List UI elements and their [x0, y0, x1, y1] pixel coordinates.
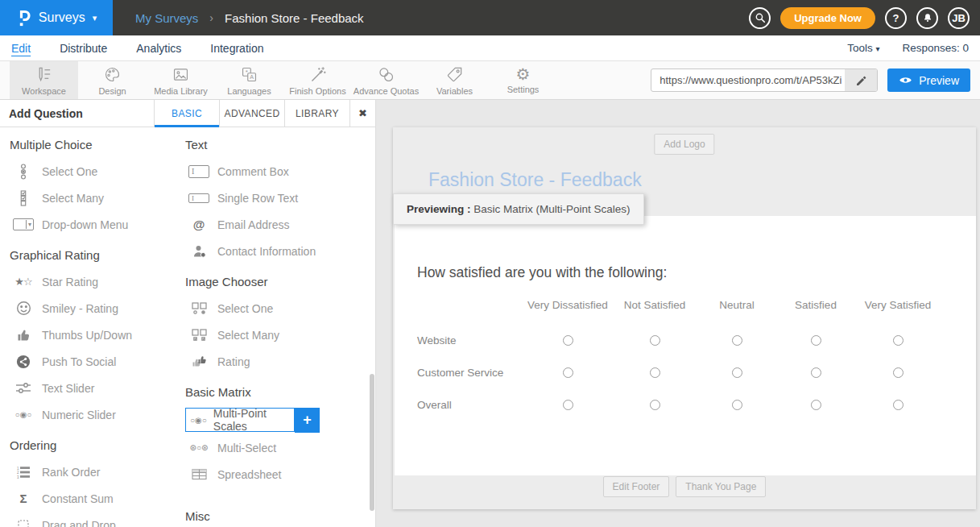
- top-header-bar: Surveys ▾ My Surveys › Fashion Store - F…: [0, 0, 980, 35]
- toolbar-item-workspace[interactable]: Workspace: [10, 61, 78, 99]
- matrix-radio[interactable]: [811, 367, 821, 378]
- question-type-push-to-social[interactable]: Push To Social: [10, 348, 185, 375]
- question-type-constant-sum[interactable]: Σ Constant Sum: [10, 485, 185, 512]
- notifications-button[interactable]: [916, 7, 938, 29]
- edit-toolbar: Workspace Design Media Library * A Langu…: [0, 61, 980, 100]
- matrix-radio[interactable]: [893, 367, 904, 378]
- search-icon: [755, 12, 766, 23]
- multi-select-icon: ⊛○⊛: [188, 443, 209, 452]
- question-type-select-one[interactable]: Select One: [10, 158, 185, 185]
- question-type-multi-select[interactable]: ⊛○⊛ Multi-Select: [185, 434, 366, 461]
- edit-footer-button[interactable]: Edit Footer: [603, 476, 670, 497]
- section-title: Image Chooser: [185, 264, 366, 295]
- question-type-image-select-many[interactable]: Select Many: [185, 322, 366, 348]
- survey-url-input[interactable]: [651, 69, 845, 91]
- matrix-radio[interactable]: [893, 400, 904, 410]
- toolbar-right: Preview: [651, 61, 980, 99]
- question-type-column-1: Multiple Choice Select One: [10, 127, 185, 527]
- tab-edit[interactable]: Edit: [11, 42, 31, 55]
- avatar[interactable]: JB: [948, 7, 970, 29]
- tab-library[interactable]: LIBRARY: [284, 100, 349, 127]
- main-content: Add Question BASIC ADVANCED LIBRARY ✖ Mu…: [0, 100, 980, 527]
- question-type-drag-and-drop[interactable]: Drag and Drop: [10, 512, 185, 527]
- upgrade-now-button[interactable]: Upgrade Now: [780, 7, 875, 29]
- drag-drop-icon: [13, 519, 34, 527]
- matrix-radio[interactable]: [811, 400, 821, 410]
- matrix-radio[interactable]: [732, 335, 742, 346]
- breadcrumb-my-surveys[interactable]: My Surveys: [135, 11, 198, 25]
- toolbar-item-settings[interactable]: ⚙ Settings: [489, 61, 557, 99]
- toolbar-item-finish-options[interactable]: Finish Options: [283, 61, 352, 99]
- thumb-icon: [13, 328, 34, 342]
- matrix-radio[interactable]: [563, 400, 573, 410]
- question-type-select-many[interactable]: Select Many: [10, 185, 185, 211]
- tab-basic[interactable]: BASIC: [154, 100, 219, 127]
- palette-icon: [103, 65, 122, 84]
- matrix-radio[interactable]: [563, 335, 573, 346]
- matrix-row-website: Website: [395, 324, 952, 356]
- eye-icon: [899, 76, 912, 85]
- help-button[interactable]: ?: [885, 7, 907, 29]
- toolbar-item-languages[interactable]: * A Languages: [215, 61, 283, 99]
- matrix-radio[interactable]: [650, 335, 660, 346]
- question-type-image-rating[interactable]: Rating: [185, 348, 366, 375]
- preview-button[interactable]: Preview: [887, 68, 970, 92]
- matrix-radio[interactable]: [893, 335, 904, 346]
- question-type-thumbs-up-down[interactable]: Thumbs Up/Down: [10, 322, 185, 348]
- question-type-column-2: Text I Comment Box I Single Row Text @ E…: [185, 127, 366, 527]
- multi-point-icon: ○◉○: [190, 416, 207, 425]
- matrix-header-row: Very Dissatisfied Not Satisfied Neutral …: [395, 295, 952, 314]
- question-type-single-row-text[interactable]: I Single Row Text: [185, 185, 366, 211]
- toolbar-item-design[interactable]: Design: [78, 61, 147, 99]
- tag-icon: [445, 65, 464, 84]
- question-type-numeric-slider[interactable]: ○◉○ Numeric Slider: [10, 401, 185, 428]
- toolbar-item-advance-quotas[interactable]: Advance Quotas: [352, 61, 420, 99]
- tab-integration[interactable]: Integration: [210, 42, 263, 55]
- toolbar-item-media-library[interactable]: Media Library: [147, 61, 215, 99]
- matrix-radio[interactable]: [650, 400, 660, 410]
- single-row-icon: I: [188, 193, 209, 203]
- product-switcher[interactable]: Surveys ▾: [0, 0, 113, 35]
- thank-you-page-button[interactable]: Thank You Page: [676, 476, 766, 497]
- close-panel-button[interactable]: ✖: [349, 100, 375, 127]
- matrix-radio[interactable]: [650, 367, 660, 378]
- edit-url-button[interactable]: [845, 69, 877, 91]
- matrix-radio[interactable]: [732, 400, 742, 410]
- question-preview-panel: How satisfied are you with the following…: [395, 216, 976, 475]
- dropdown-icon: ▾: [13, 218, 34, 230]
- question-type-smiley-rating[interactable]: Smiley - Rating: [10, 295, 185, 322]
- question-type-dropdown-menu[interactable]: ▾ Drop-down Menu: [10, 211, 185, 238]
- question-type-multi-point-scales[interactable]: ○◉○ Multi-Point Scales: [185, 408, 295, 432]
- svg-text:A: A: [250, 74, 254, 80]
- search-button[interactable]: [749, 7, 771, 29]
- section-title: Misc: [185, 499, 366, 527]
- responses-count[interactable]: Responses: 0: [902, 42, 969, 54]
- matrix-radio[interactable]: [811, 335, 821, 346]
- previewing-label: Previewing :: [407, 203, 471, 215]
- tools-dropdown[interactable]: Tools ▾: [847, 42, 879, 54]
- magic-wand-icon: [308, 65, 327, 84]
- tab-distribute[interactable]: Distribute: [60, 42, 107, 55]
- question-type-comment-box[interactable]: I Comment Box: [185, 158, 366, 185]
- svg-text:2: 2: [17, 471, 19, 475]
- tab-advanced[interactable]: ADVANCED: [219, 100, 284, 127]
- question-type-image-select-one[interactable]: Select One: [185, 295, 366, 322]
- question-type-text-slider[interactable]: Text Slider: [10, 375, 185, 401]
- panel-scrollbar[interactable]: [370, 374, 374, 511]
- add-question-button[interactable]: +: [295, 408, 320, 433]
- contact-icon: [188, 244, 209, 258]
- question-type-contact-information[interactable]: Contact Information: [185, 238, 366, 264]
- question-type-spreadsheet[interactable]: Spreadsheet: [185, 461, 366, 488]
- question-type-email-address[interactable]: @ Email Address: [185, 211, 366, 238]
- checkbox-stack-icon: [13, 190, 34, 206]
- question-type-star-rating[interactable]: ★☆ Star Rating: [10, 268, 185, 295]
- translate-icon: * A: [240, 65, 258, 84]
- add-logo-button[interactable]: Add Logo: [654, 134, 714, 155]
- question-mark-icon: ?: [893, 12, 899, 24]
- tab-analytics[interactable]: Analytics: [136, 42, 181, 55]
- toolbar-item-variables[interactable]: Variables: [420, 61, 489, 99]
- question-type-rank-order[interactable]: 1 2 3 Rank Order: [10, 459, 185, 485]
- at-icon: @: [188, 218, 209, 231]
- matrix-radio[interactable]: [732, 367, 742, 378]
- matrix-radio[interactable]: [563, 367, 573, 378]
